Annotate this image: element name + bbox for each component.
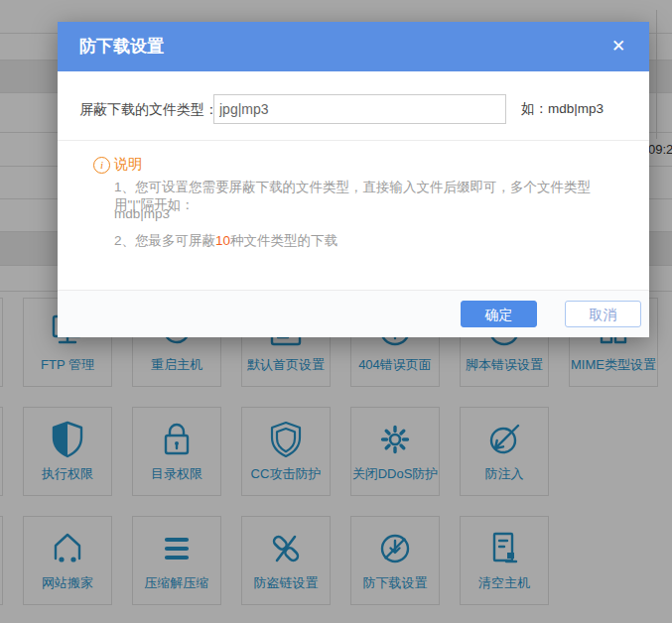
blocked-filetypes-input[interactable] [213,94,506,124]
info-icon: i [93,157,110,174]
dialog-title: 防下载设置 [79,22,164,71]
dialog-footer: 确定 取消 [58,290,649,337]
close-icon[interactable]: ✕ [604,22,633,71]
note-title: 说明 [114,156,142,174]
note-line-2-prefix: 2、您最多可屏蔽 [114,233,215,248]
dialog-divider [58,140,649,141]
note-line-2-highlight: 10 [215,233,230,248]
confirm-button[interactable]: 确定 [461,301,537,327]
dialog-header: 防下载设置 ✕ [58,22,649,71]
anti-download-settings-dialog: 防下载设置 ✕ 屏蔽下载的文件类型： 如：mdb|mp3 i 说明 1、您可设置… [58,22,649,337]
cancel-button[interactable]: 取消 [565,301,641,327]
blocked-filetypes-label: 屏蔽下载的文件类型： [79,94,218,124]
filetypes-example-hint: 如：mdb|mp3 [521,94,604,124]
note-line-2-suffix: 种文件类型的下载 [230,233,337,248]
note-line-1-continued: mdb|mp3 [114,206,629,221]
screen: 09:2 FTP 管理 重启主机 默认首页设置 404错误页面 [0,0,672,623]
note-line-2: 2、您最多可屏蔽10种文件类型的下载 [114,232,629,250]
